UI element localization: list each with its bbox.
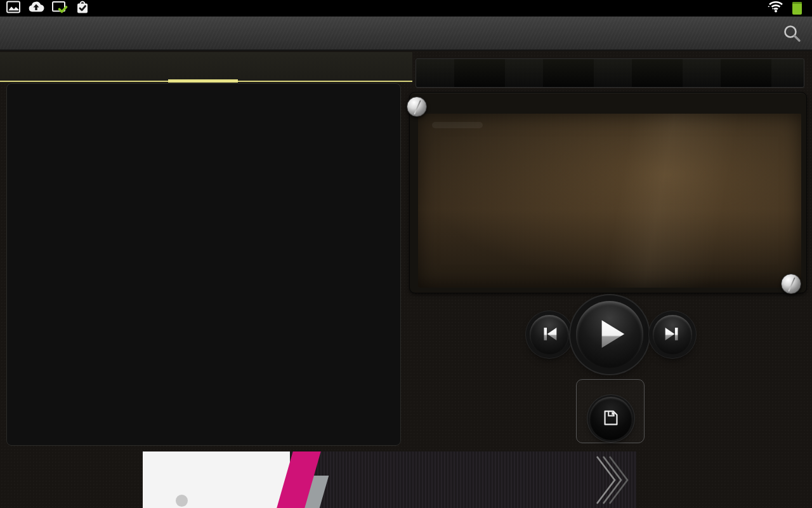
trim-end-handle[interactable] [781,274,801,294]
save-button[interactable] [589,397,632,440]
tab-my-music[interactable] [124,52,282,83]
bag-check-icon [75,0,90,17]
battery-icon [792,2,802,15]
active-tab-underline [168,79,238,83]
notification-icons [3,0,90,17]
previous-button[interactable] [530,315,569,354]
previous-icon [539,323,560,347]
waveform-panel [409,92,807,293]
app-header [0,17,812,51]
tab-my-ringtones[interactable] [298,52,444,83]
now-playing-bar [416,58,804,88]
play-icon [590,314,629,356]
trim-start-handle[interactable] [407,97,427,117]
waveform-graphic [418,114,801,288]
tab-strip [0,52,412,83]
waveform-display[interactable] [418,114,801,288]
status-bar [0,0,812,17]
gallery-icon [6,0,21,17]
search-icon [782,36,802,46]
ringtone-maker-app [0,0,812,508]
next-button[interactable] [653,315,692,354]
ad-brand-section [143,451,290,508]
floppy-disk-icon [600,407,622,431]
ad-info-icon[interactable] [176,495,188,507]
chevrons-right-icon [594,454,630,508]
play-button[interactable] [576,301,643,368]
wifi-icon [767,0,785,18]
next-icon [662,323,683,347]
cloud-upload-icon [28,0,44,17]
save-panel [576,379,645,443]
ad-banner[interactable] [143,451,636,508]
screenshot-check-icon [51,0,68,17]
track-list[interactable] [6,83,401,446]
search-button[interactable] [782,23,803,45]
